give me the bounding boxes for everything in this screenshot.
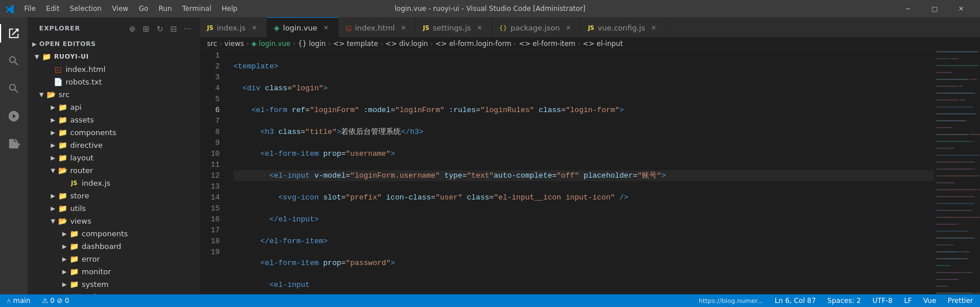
tab-login-vue-close[interactable]: ✕ <box>321 22 331 33</box>
tree-dashboard[interactable]: ▶ 📁 dashboard <box>28 240 200 252</box>
tab-vue-config-js[interactable]: JS vue.config.js ✕ <box>581 17 666 37</box>
tree-monitor[interactable]: ▶ 📁 monitor <box>28 265 200 278</box>
tab-vue-config-js-icon: JS <box>588 25 594 31</box>
status-bar-left: ⑃ main ⚠ 0 ⊘ 0 <box>5 297 71 305</box>
tree-directive[interactable]: ▶ 📁 directive <box>28 139 200 151</box>
maximize-button[interactable]: □ <box>921 0 948 17</box>
open-editors-section[interactable]: ▶ Open Editors <box>28 37 200 50</box>
tree-api[interactable]: ▶ 📁 api <box>28 101 200 113</box>
tree-store[interactable]: ▶ 📁 store <box>28 189 200 202</box>
router-folder-icon: 📂 <box>58 166 68 175</box>
tree-root[interactable]: ▼ 📁 RUOYI-UI <box>28 50 200 63</box>
code-editor[interactable]: 1 2 3 4 5 6 7 8 9 10 11 12 13 14 15 16 1… <box>200 50 980 294</box>
root-folder-icon: 📁 <box>41 52 52 61</box>
bc-el-input[interactable]: <> el-input <box>583 40 623 48</box>
bc-src[interactable]: src <box>207 40 217 48</box>
tree-router-index-js[interactable]: ▶ JS index.js <box>28 176 200 189</box>
tab-package-json[interactable]: {} package.json ✕ <box>492 17 581 37</box>
tab-index-html[interactable]: ◱ index.html ✕ <box>339 17 416 37</box>
bc-el-form[interactable]: <> el-form.login-form <box>435 40 511 48</box>
router-label: router <box>70 166 93 175</box>
tree-system[interactable]: ▶ 📁 system <box>28 278 200 290</box>
bc-login-vue[interactable]: ◈ login.vue <box>251 40 290 48</box>
status-encoding[interactable]: UTF-8 <box>870 297 895 305</box>
status-branch[interactable]: ⑃ main <box>5 297 33 305</box>
tree-utils[interactable]: ▶ 📁 utils <box>28 202 200 214</box>
tree-views[interactable]: ▼ 📂 views <box>28 214 200 227</box>
sidebar-more[interactable]: ··· <box>182 23 193 34</box>
activity-source-control[interactable] <box>0 75 28 102</box>
tree-router[interactable]: ▼ 📂 router <box>28 164 200 176</box>
system-label: system <box>82 280 109 289</box>
src-label: src <box>59 90 70 99</box>
menu-edit[interactable]: Edit <box>41 2 64 15</box>
sidebar-actions[interactable]: ⊕ ⊞ ↻ ⊟ ··· <box>127 23 193 34</box>
tree-index-html[interactable]: ▶ ◱ index.html <box>28 63 200 75</box>
utils-label: utils <box>70 204 86 213</box>
tab-index-html-close[interactable]: ✕ <box>398 22 408 33</box>
sidebar-refresh[interactable]: ↻ <box>154 23 166 34</box>
status-eol[interactable]: LF <box>902 297 914 305</box>
activity-debug[interactable] <box>0 102 28 130</box>
tree-layout[interactable]: ▶ 📁 layout <box>28 151 200 164</box>
menu-file[interactable]: File <box>20 2 40 15</box>
tab-login-vue[interactable]: ◈ login.vue ✕ <box>267 17 339 37</box>
status-formatter[interactable]: Prettier <box>945 297 975 305</box>
minimize-button[interactable]: ─ <box>895 0 921 17</box>
bc-login-fn[interactable]: {} login <box>298 40 326 48</box>
status-link[interactable]: https://blog.numer... <box>696 297 765 305</box>
sidebar-new-folder[interactable]: ⊞ <box>140 23 152 34</box>
bc-template[interactable]: <> template <box>333 40 378 48</box>
tree-tool[interactable]: ▶ 📁 tool <box>28 290 200 294</box>
tab-vue-config-js-close[interactable]: ✕ <box>649 22 659 33</box>
tree-assets[interactable]: ▶ 📁 assets <box>28 113 200 126</box>
title-bar-controls[interactable]: ─ □ ✕ <box>895 0 974 17</box>
assets-folder-icon: 📁 <box>58 116 68 124</box>
sidebar-collapse[interactable]: ⊟ <box>168 23 179 34</box>
menu-view[interactable]: View <box>108 2 133 15</box>
assets-arrow: ▶ <box>48 117 58 123</box>
directive-folder-icon: 📁 <box>58 141 68 149</box>
sidebar-new-file[interactable]: ⊕ <box>127 23 138 34</box>
tree-robots-txt[interactable]: ▶ 📄 robots.txt <box>28 75 200 88</box>
tab-index-js[interactable]: JS index.js ✕ <box>200 17 267 37</box>
components-label: components <box>70 128 116 137</box>
layout-arrow: ▶ <box>48 155 58 161</box>
tab-settings-js-close[interactable]: ✕ <box>474 22 485 33</box>
code-content[interactable]: <template> <div class="login"> <el-form … <box>229 50 934 294</box>
ln-1: 1 <box>200 50 224 61</box>
tree-views-components[interactable]: ▶ 📁 components <box>28 227 200 240</box>
status-errors[interactable]: ⚠ 0 ⊘ 0 <box>40 297 72 305</box>
bc-views[interactable]: views <box>224 40 244 48</box>
activity-search[interactable] <box>0 47 28 75</box>
menu-terminal[interactable]: Terminal <box>178 2 216 15</box>
tab-package-json-close[interactable]: ✕ <box>563 22 573 33</box>
code-line-2: <div class="login"> <box>233 83 934 94</box>
tree-src[interactable]: ▼ 📂 src <box>28 88 200 101</box>
status-language[interactable]: Vue <box>921 297 938 305</box>
activity-extensions[interactable] <box>0 130 28 158</box>
close-button[interactable]: ✕ <box>948 0 974 17</box>
menu-help[interactable]: Help <box>217 2 242 15</box>
menu-selection[interactable]: Selection <box>65 2 106 15</box>
ln-17: 17 <box>200 225 224 236</box>
tree-components[interactable]: ▶ 📁 components <box>28 126 200 139</box>
menu-go[interactable]: Go <box>134 2 153 15</box>
bc-div-login[interactable]: <> div.login <box>385 40 428 48</box>
code-line-6: <el-input v-model="loginForm.username" t… <box>233 170 934 181</box>
status-position[interactable]: Ln 6, Col 87 <box>772 297 818 305</box>
activity-explorer[interactable] <box>0 20 28 47</box>
tab-settings-js[interactable]: JS settings.js ✕ <box>416 17 492 37</box>
directive-arrow: ▶ <box>48 142 58 148</box>
ln-9: 9 <box>200 137 224 148</box>
tab-bar[interactable]: JS index.js ✕ ◈ login.vue ✕ ◱ index.html… <box>200 17 980 37</box>
tab-index-js-close[interactable]: ✕ <box>249 22 259 33</box>
tree-error[interactable]: ▶ 📁 error <box>28 252 200 265</box>
status-spaces[interactable]: Spaces: 2 <box>825 297 863 305</box>
sidebar-header: Explorer ⊕ ⊞ ↻ ⊟ ··· <box>28 17 200 37</box>
menu-run[interactable]: Run <box>154 2 177 15</box>
tab-package-json-label: package.json <box>511 24 560 32</box>
code-line-3: <el-form ref="loginForm" :model="loginFo… <box>233 105 934 116</box>
title-bar-menu[interactable]: File Edit Selection View Go Run Terminal… <box>20 2 242 15</box>
bc-el-form-item[interactable]: <> el-form-item <box>519 40 575 48</box>
